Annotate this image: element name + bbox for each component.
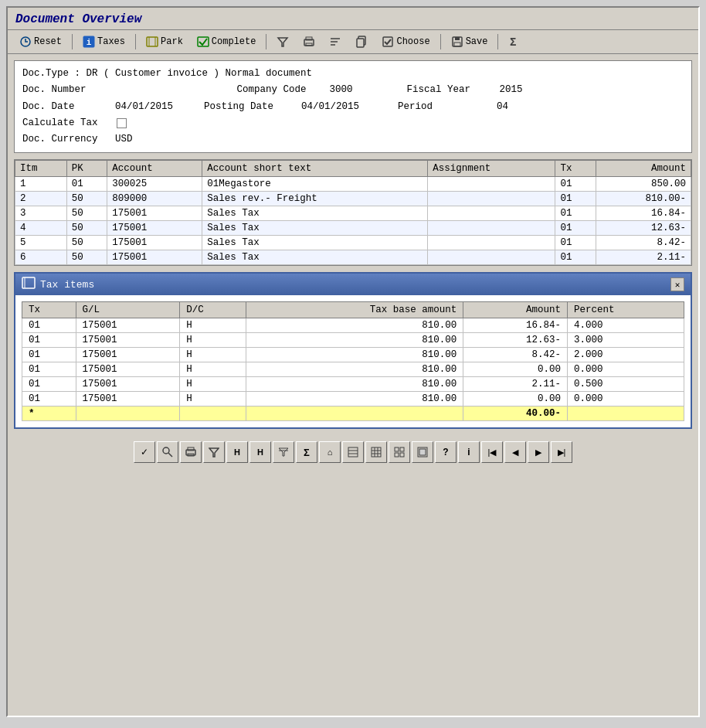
tax-header-row: Tx G/L D/C Tax base amount Amount Percen… bbox=[22, 302, 684, 318]
tax-total-row: * 40.00- bbox=[22, 407, 684, 421]
tax-cell-gl: 175001 bbox=[76, 348, 180, 362]
main-toolbar: Reset i Taxes Park Complete bbox=[8, 30, 698, 54]
save-button[interactable]: Save bbox=[446, 33, 494, 50]
reset-button[interactable]: Reset bbox=[14, 33, 67, 50]
doc-currency-label: Doc. Currency bbox=[22, 131, 115, 148]
copy-button[interactable] bbox=[350, 33, 373, 50]
cell-tx: 01 bbox=[555, 177, 596, 192]
table-row: 1 01 300025 01Megastore 01 850.00 bbox=[15, 177, 691, 192]
bottom-filter-button[interactable] bbox=[203, 441, 225, 463]
bottom-layout-button[interactable] bbox=[412, 441, 433, 463]
tax-table-wrapper: Tx G/L D/C Tax base amount Amount Percen… bbox=[15, 295, 691, 427]
svg-line-22 bbox=[168, 453, 172, 457]
tax-cell-amount: 0.00 bbox=[463, 392, 568, 407]
copy-icon bbox=[355, 36, 368, 48]
tax-panel-header: Tax items ✕ bbox=[15, 274, 691, 295]
sort-button[interactable] bbox=[324, 33, 347, 50]
tax-panel-close-button[interactable]: ✕ bbox=[670, 277, 684, 291]
bottom-sum2-button[interactable]: ⌂ bbox=[319, 441, 341, 463]
bottom-next-button[interactable]: ▶ bbox=[528, 441, 549, 463]
cell-pk: 50 bbox=[66, 221, 107, 236]
park-button[interactable]: Park bbox=[141, 33, 188, 50]
tax-cell-dc: H bbox=[180, 348, 246, 362]
total-gl bbox=[76, 407, 180, 421]
bottom-print-button[interactable] bbox=[180, 441, 202, 463]
tax-cell-amount: 0.00 bbox=[463, 362, 568, 377]
currency-line: Doc. Currency USD bbox=[22, 131, 684, 148]
bottom-info-button[interactable]: i bbox=[458, 441, 480, 463]
cell-assignment bbox=[428, 177, 555, 192]
cell-tx: 01 bbox=[555, 236, 596, 250]
bottom-h2-button[interactable]: H bbox=[249, 441, 271, 463]
sigma-button[interactable]: Σ bbox=[503, 33, 526, 50]
bottom-last-button[interactable]: ▶| bbox=[551, 441, 572, 463]
bottom-search-button[interactable] bbox=[157, 441, 178, 463]
page-title: Document Overview bbox=[15, 12, 691, 26]
tax-col-tx: Tx bbox=[22, 302, 76, 318]
calculate-tax-label: Calculate Tax bbox=[22, 115, 115, 131]
total-marker: * bbox=[22, 407, 76, 421]
taxes-button[interactable]: i Taxes bbox=[77, 33, 131, 50]
svg-rect-42 bbox=[419, 449, 426, 455]
choose-button[interactable]: Choose bbox=[376, 33, 435, 50]
period-value: 04 bbox=[497, 99, 508, 115]
calculate-tax-checkbox[interactable] bbox=[117, 118, 127, 128]
bottom-grid3-button[interactable] bbox=[389, 441, 410, 463]
tax-cell-tx: 01 bbox=[22, 362, 76, 377]
tax-cell-base: 810.00 bbox=[246, 318, 463, 333]
table-row: 2 50 809000 Sales rev.- Freight 01 810.0… bbox=[15, 192, 691, 206]
svg-text:Σ: Σ bbox=[510, 36, 516, 48]
bottom-filter2-button[interactable] bbox=[273, 441, 294, 463]
table-row: 6 50 175001 Sales Tax 01 2.11- bbox=[15, 250, 691, 265]
complete-button[interactable]: Complete bbox=[192, 33, 262, 50]
cell-account: 175001 bbox=[107, 206, 202, 221]
cell-itm: 4 bbox=[15, 221, 67, 236]
tax-cell-percent: 0.500 bbox=[567, 377, 684, 392]
bottom-check-button[interactable]: ✓ bbox=[134, 441, 155, 463]
bottom-grid2-button[interactable] bbox=[365, 441, 387, 463]
tax-col-amount: Amount bbox=[463, 302, 568, 318]
tax-cell-percent: 0.000 bbox=[567, 362, 684, 377]
list-item: 01 175001 H 810.00 0.00 0.000 bbox=[22, 392, 684, 407]
period-label: Period bbox=[398, 99, 490, 115]
tax-panel-title: Tax items bbox=[40, 279, 94, 291]
tax-cell-percent: 3.000 bbox=[567, 333, 684, 348]
list-item: 01 175001 H 810.00 0.00 0.000 bbox=[22, 362, 684, 377]
bottom-grid1-button[interactable] bbox=[342, 441, 364, 463]
cell-assignment bbox=[428, 221, 555, 236]
svg-rect-3 bbox=[147, 37, 158, 46]
svg-rect-8 bbox=[306, 43, 312, 46]
tax-cell-dc: H bbox=[180, 362, 246, 377]
bottom-first-button[interactable]: |◀ bbox=[481, 441, 503, 463]
col-header-pk: PK bbox=[66, 161, 107, 177]
print-button[interactable] bbox=[297, 33, 321, 50]
list-item: 01 175001 H 810.00 16.84- 4.000 bbox=[22, 318, 684, 333]
bottom-toolbar: ✓ H H Σ ⌂ ? i |◀ ◀ ▶ ▶| bbox=[8, 435, 698, 469]
col-header-account: Account bbox=[107, 161, 202, 177]
total-percent bbox=[567, 407, 684, 421]
doc-type-line: Doc.Type : DR ( Customer invoice ) Norma… bbox=[22, 66, 684, 82]
tax-cell-gl: 175001 bbox=[76, 318, 180, 333]
cell-short-text: Sales Tax bbox=[202, 221, 428, 236]
doc-date-value: 04/01/2015 bbox=[115, 99, 173, 115]
calculate-tax-line: Calculate Tax bbox=[22, 115, 684, 131]
doc-number-label: Doc. Number bbox=[22, 82, 115, 98]
col-header-assignment: Assignment bbox=[428, 161, 555, 177]
bottom-help-button[interactable]: ? bbox=[435, 441, 457, 463]
fiscal-year-label: Fiscal Year bbox=[407, 82, 500, 98]
tax-cell-base: 810.00 bbox=[246, 362, 463, 377]
bottom-prev-button[interactable]: ◀ bbox=[504, 441, 526, 463]
tax-cell-base: 810.00 bbox=[246, 377, 463, 392]
bottom-h1-button[interactable]: H bbox=[226, 441, 248, 463]
tax-cell-dc: H bbox=[180, 377, 246, 392]
cell-pk: 50 bbox=[66, 250, 107, 265]
tax-table-body: 01 175001 H 810.00 16.84- 4.000 01 17500… bbox=[22, 318, 684, 407]
filter-button[interactable] bbox=[271, 33, 294, 50]
bottom-sigma-button[interactable]: Σ bbox=[296, 441, 317, 463]
tax-col-percent: Percent bbox=[567, 302, 684, 318]
cell-assignment bbox=[428, 236, 555, 250]
separator-1 bbox=[72, 34, 73, 49]
tax-cell-gl: 175001 bbox=[76, 377, 180, 392]
sigma-icon: Σ bbox=[508, 36, 521, 48]
svg-marker-26 bbox=[209, 448, 219, 457]
